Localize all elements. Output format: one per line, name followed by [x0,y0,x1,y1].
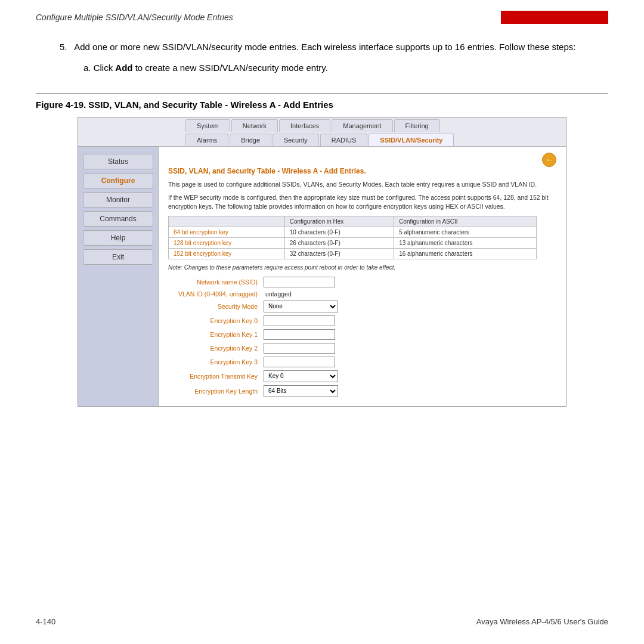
top-nav: System Network Interfaces Management Fil… [78,117,566,147]
step-sub-a-rest: to create a new SSID/VLAN/security mode … [133,63,328,73]
step-number: 5. [60,42,67,52]
tab-radius[interactable]: RADIUS [320,134,368,146]
sidebar-btn-exit[interactable]: Exit [83,249,153,265]
note-text: Note: Changes to these parameters requir… [168,264,556,271]
select-security-mode[interactable]: None WEP WPA [264,301,338,312]
page-header: Configure Multiple SSID/VLAN/Security Mo… [36,0,608,30]
tab-bridge[interactable]: Bridge [230,134,271,146]
page-container: Configure Multiple SSID/VLAN/Security Mo… [0,0,644,644]
input-enc-key0[interactable] [264,315,335,326]
sidebar-btn-help[interactable]: Help [83,230,153,246]
label-transmit-key: Encryption Transmit Key [168,373,264,380]
enc-128-hex: 26 characters (0-F) [284,237,394,248]
label-security-mode: Security Mode [168,303,264,310]
tab-management[interactable]: Management [332,119,392,132]
input-enc-key3[interactable] [264,357,335,367]
step-section: 5. Add one or more new SSID/VLAN/securit… [36,30,608,85]
nav-row-1: System Network Interfaces Management Fil… [78,117,566,132]
step-text: 5. Add one or more new SSID/VLAN/securit… [60,41,608,54]
sidebar-btn-configure[interactable]: Configure [83,173,153,188]
back-button[interactable]: ← [542,153,556,167]
tab-security[interactable]: Security [273,134,319,146]
footer-page-number: 4-140 [36,617,55,626]
form-row-vlan: VLAN ID (0-4094, untagged) untagged [168,290,556,298]
input-ssid[interactable] [264,277,335,287]
footer-doc-title: Avaya Wireless AP-4/5/6 User's Guide [476,617,608,626]
content-desc2: If the WEP security mode is configured, … [168,193,556,210]
enc-128-label: 128 bit encryption key [169,237,285,248]
enc-table: Configuration in Hex Configuration in AS… [168,216,537,259]
label-enc-key0: Encryption Key 0 [168,317,264,324]
ap-content: ← SSID, VLAN, and Security Table - Wirel… [159,147,566,406]
section-divider [36,93,608,94]
step-sub-a-prefix: a. Click [83,63,115,73]
form-row-key-length: Encryption Key Length 64 Bits 128 Bits 1… [168,385,556,397]
form-row-ssid: Network name (SSID) [168,277,556,287]
tab-ssid-vlan[interactable]: SSID/VLAN/Security [369,134,454,146]
tab-network[interactable]: Network [231,119,278,132]
step-sub-a: a. Click Add to create a new SSID/VLAN/s… [60,63,608,73]
enc-64-label: 64 bit encryption key [169,227,285,237]
content-heading: SSID, VLAN, and Security Table - Wireles… [168,167,556,175]
input-enc-key1[interactable] [264,329,335,340]
form-row-enc-key2: Encryption Key 2 [168,343,556,354]
form-row-security-mode: Security Mode None WEP WPA [168,301,556,312]
sidebar-btn-commands[interactable]: Commands [83,211,153,227]
figure-title: Figure 4-19. SSID, VLAN, and Security Ta… [36,100,608,110]
enc-row-128: 128 bit encryption key 26 characters (0-… [169,237,537,248]
ap-sidebar: Status Configure Monitor Commands Help E… [78,147,159,406]
label-key-length: Encryption Key Length [168,388,264,395]
tab-filtering[interactable]: Filtering [394,119,440,132]
select-transmit-key[interactable]: Key 0 Key 1 Key 2 Key 3 [264,370,338,382]
enc-col-key [169,216,285,227]
tab-alarms[interactable]: Alarms [185,134,228,146]
sidebar-btn-status[interactable]: Status [83,154,153,169]
step-sub-a-bold: Add [115,63,132,73]
vlan-value: untagged [264,290,292,298]
nav-row-2: Alarms Bridge Security RADIUS SSID/VLAN/… [78,132,566,146]
label-vlan: VLAN ID (0-4094, untagged) [168,290,264,298]
enc-152-ascii: 16 alphanumeric characters [394,248,537,259]
page-footer: 4-140 Avaya Wireless AP-4/5/6 User's Gui… [36,617,608,626]
input-enc-key2[interactable] [264,343,335,354]
content-desc1: This page is used to configure additiona… [168,180,556,189]
tab-system[interactable]: System [185,119,230,132]
label-enc-key3: Encryption Key 3 [168,358,264,366]
enc-64-ascii: 5 alphanumeric characters [394,227,537,237]
enc-152-label: 152 bit encryption key [169,248,285,259]
enc-row-64: 64 bit encryption key 10 characters (0-F… [169,227,537,237]
enc-64-hex: 10 characters (0-F) [284,227,394,237]
form-row-enc-key0: Encryption Key 0 [168,315,556,326]
label-ssid: Network name (SSID) [168,278,264,286]
ap-main: Status Configure Monitor Commands Help E… [78,147,566,406]
select-key-length[interactable]: 64 Bits 128 Bits 152 Bits [264,385,338,397]
header-red-bar [501,11,608,24]
enc-col-ascii: Configuration in ASCII [394,216,537,227]
step-text-content: Add one or more new SSID/VLAN/security m… [74,42,575,52]
enc-128-ascii: 13 alphanumeric characters [394,237,537,248]
form-row-enc-key3: Encryption Key 3 [168,357,556,367]
enc-col-hex: Configuration in Hex [284,216,394,227]
enc-row-152: 152 bit encryption key 32 characters (0-… [169,248,537,259]
tab-interfaces[interactable]: Interfaces [279,119,330,132]
sidebar-btn-monitor[interactable]: Monitor [83,192,153,208]
label-enc-key1: Encryption Key 1 [168,331,264,338]
header-title: Configure Multiple SSID/VLAN/Security Mo… [36,13,233,22]
enc-152-hex: 32 characters (0-F) [284,248,394,259]
form-row-transmit-key: Encryption Transmit Key Key 0 Key 1 Key … [168,370,556,382]
ap-screenshot: System Network Interfaces Management Fil… [78,117,566,407]
form-row-enc-key1: Encryption Key 1 [168,329,556,340]
label-enc-key2: Encryption Key 2 [168,345,264,352]
